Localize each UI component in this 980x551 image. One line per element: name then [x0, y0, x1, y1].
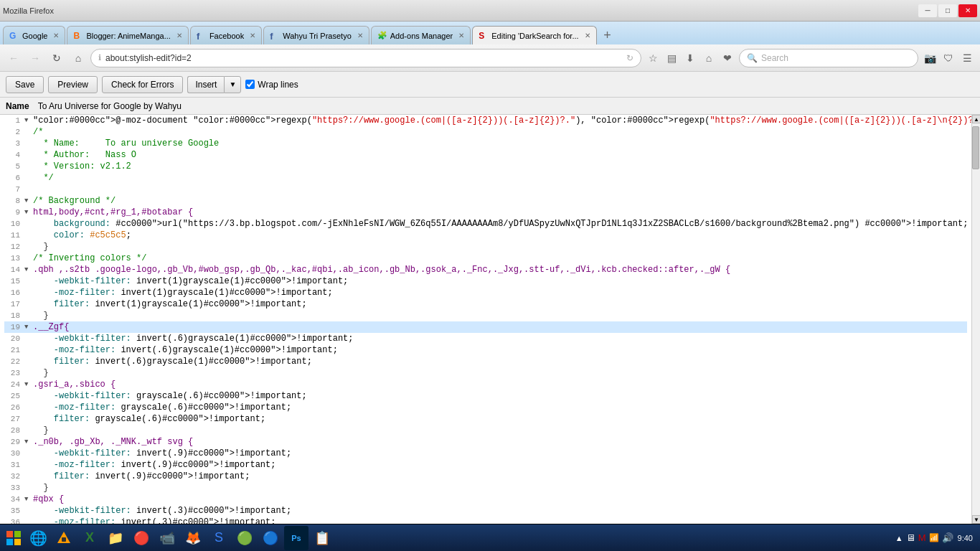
tab-facebook-close[interactable]: ✕ [250, 32, 255, 39]
tab-addons-close[interactable]: ✕ [458, 32, 464, 39]
new-tab-button[interactable]: + [598, 26, 617, 44]
tab-addons[interactable]: 🧩 Add-ons Manager ✕ [371, 26, 471, 44]
minimize-button[interactable]: ─ [918, 4, 937, 17]
tab-blogger-close[interactable]: ✕ [176, 32, 182, 39]
wrap-lines-checkbox-label[interactable]: Wrap lines [245, 80, 298, 90]
line-number: 25 [4, 390, 24, 402]
bookmark-star-icon[interactable]: ☆ [644, 50, 661, 67]
tray-mail-icon[interactable]: M [918, 532, 926, 543]
tab-google[interactable]: G Google ✕ [3, 26, 65, 44]
code-editor[interactable]: 1▼"color:#0000cc">@-moz-document "color:… [0, 115, 971, 524]
code-line-4: 4 * Author: Nass O [4, 149, 967, 161]
check-errors-button[interactable]: Check for Errors [102, 76, 183, 93]
system-clock[interactable]: 9:40 [958, 534, 973, 542]
taskbar-folder-icon[interactable]: 📁 [103, 526, 128, 550]
code-line-6: 6 */ [4, 172, 967, 184]
menu-icon[interactable]: ☰ [958, 50, 976, 67]
maximize-button[interactable]: □ [938, 4, 957, 17]
taskbar-blue-icon[interactable]: 🔵 [258, 526, 283, 550]
editor-outer: 1▼"color:#0000cc">@-moz-document "color:… [0, 115, 980, 524]
fold-icon [24, 471, 33, 482]
taskbar-media-icon[interactable]: 📹 [155, 526, 179, 550]
nav-action-icons: ☆ ▤ ⬇ ⌂ ❤ [644, 50, 736, 67]
tab-facebook[interactable]: f Facebook ✕ [190, 26, 262, 44]
preview-button[interactable]: Preview [48, 76, 98, 93]
scrollbar-thumb[interactable] [972, 126, 979, 169]
search-bar[interactable]: 🔍 Search [739, 49, 918, 67]
code-content: filter: invert(1)grayscale(1)#cc0000">!i… [33, 298, 967, 310]
taskbar-red-icon[interactable]: 🔴 [129, 526, 154, 550]
start-button[interactable] [3, 527, 24, 549]
vertical-scrollbar[interactable]: ▲ ▼ [971, 115, 980, 524]
home-button[interactable]: ⌂ [69, 49, 88, 67]
home-nav-icon[interactable]: ⌂ [700, 50, 717, 67]
taskbar-vlc-icon[interactable] [52, 526, 76, 550]
code-content: filter: invert(.6)grayscale(1)#cc0000">!… [33, 356, 967, 367]
tab-wahyu[interactable]: f Wahyu Tri Prasetyo ✕ [263, 26, 369, 44]
line-number: 11 [4, 230, 24, 241]
fold-icon[interactable]: ▼ [24, 207, 33, 218]
fold-icon [24, 413, 33, 425]
taskbar-ie-icon[interactable]: 🌐 [26, 526, 50, 550]
fold-icon [24, 505, 33, 517]
code-line-16: 16 -moz-filter: invert(1)grayscale(1)#cc… [4, 287, 967, 298]
svg-rect-3 [14, 539, 21, 545]
taskbar-firefox-icon[interactable]: 🦊 [181, 526, 205, 550]
tab-editing[interactable]: S Editing 'DarkSearch for... ✕ [472, 26, 596, 44]
code-content: } [33, 310, 967, 321]
forward-button[interactable]: → [26, 49, 44, 67]
fold-icon[interactable]: ▼ [24, 264, 33, 276]
insert-dropdown-button[interactable]: ▼ [224, 76, 241, 93]
download-icon[interactable]: ⬇ [682, 50, 699, 67]
pocket-icon[interactable]: ❤ [719, 50, 736, 67]
code-line-35: 35 -webkit-filter: invert(.3)#cc0000">!i… [4, 505, 967, 517]
tab-wahyu-close[interactable]: ✕ [357, 32, 363, 39]
shield-icon[interactable]: 🛡 [940, 50, 957, 67]
taskbar-stylish-icon[interactable]: S [207, 526, 231, 550]
tray-network-icon[interactable]: 🖥 [906, 532, 915, 543]
fold-icon[interactable]: ▼ [24, 321, 33, 333]
tab-blogger[interactable]: B Blogger: AnimeManga... ✕ [67, 26, 188, 44]
taskbar-green-icon[interactable]: 🟢 [232, 526, 257, 550]
code-area[interactable]: 1▼"color:#0000cc">@-moz-document "color:… [0, 115, 971, 524]
fold-icon[interactable]: ▼ [24, 379, 33, 390]
scroll-up-button[interactable]: ▲ [972, 115, 980, 123]
url-bar[interactable]: ℹ about:stylish-edit?id=2 ↻ [90, 49, 641, 67]
code-line-23: 23 } [4, 367, 967, 379]
code-content: * Author: Nass O [33, 149, 967, 161]
insert-main-button[interactable]: Insert [187, 76, 224, 93]
code-line-28: 28 } [4, 425, 967, 436]
blogger-favicon: B [73, 31, 83, 41]
svg-rect-0 [6, 531, 13, 537]
tray-volume-icon[interactable]: 🔊 [942, 532, 953, 543]
taskbar-clipboard-icon[interactable]: 📋 [310, 526, 334, 550]
taskbar-photoshop-icon[interactable]: Ps [284, 526, 308, 550]
code-line-9: 9▼html,body,#cnt,#rg_1,#botabar { [4, 207, 967, 218]
code-line-3: 3 * Name: To aru universe Google [4, 138, 967, 149]
wrap-lines-checkbox[interactable] [245, 80, 255, 89]
fold-icon[interactable]: ▼ [24, 494, 33, 505]
reload-button[interactable]: ↻ [47, 49, 66, 67]
close-button[interactable]: ✕ [958, 4, 977, 17]
fold-icon [24, 161, 33, 172]
tab-editing-close[interactable]: ✕ [585, 32, 590, 39]
fold-icon [24, 241, 33, 253]
screenshot-icon[interactable]: 📷 [921, 50, 938, 67]
fold-icon[interactable]: ▼ [24, 195, 33, 207]
scroll-down-button[interactable]: ▼ [972, 515, 980, 524]
tab-google-close[interactable]: ✕ [53, 32, 59, 39]
fold-icon[interactable]: ▼ [24, 115, 33, 126]
taskbar-excel-icon[interactable]: X [77, 526, 102, 550]
line-number: 33 [4, 482, 24, 494]
line-number: 2 [4, 126, 24, 138]
code-content: -moz-filter: grayscale(.6)#cc0000">!impo… [33, 402, 967, 413]
tray-up-icon[interactable]: ▲ [895, 534, 903, 542]
reader-icon[interactable]: ▤ [663, 50, 680, 67]
back-button[interactable]: ← [4, 49, 23, 67]
code-line-1: 1▼"color:#0000cc">@-moz-document "color:… [4, 115, 967, 126]
editor-toolbar: Save Preview Check for Errors Insert ▼ W… [0, 72, 980, 98]
fold-icon[interactable]: ▼ [24, 436, 33, 448]
code-content: -webkit-filter: invert(.9)#cc0000">!impo… [33, 448, 967, 459]
save-button[interactable]: Save [6, 76, 44, 93]
code-content: ._n0b, .gb_Xb, ._MNK._wtf svg { [33, 436, 967, 448]
